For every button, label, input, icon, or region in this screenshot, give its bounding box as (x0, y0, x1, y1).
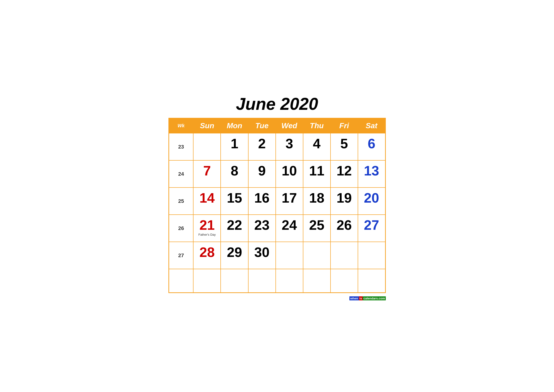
day-number: 20 (360, 191, 383, 205)
day-cell: 24 (276, 215, 303, 242)
day-number: 10 (278, 164, 301, 178)
calendar-body: 2312345624789101112132514151617181920262… (169, 133, 385, 293)
day-cell: 17 (276, 188, 303, 215)
day-note: Father's Day (195, 233, 219, 236)
header-mon: Mon (221, 118, 248, 133)
calendar-title: June 2020 (168, 94, 386, 114)
day-number: 4 (305, 137, 328, 150)
day-number: 2 (250, 137, 274, 150)
day-cell: 22 (221, 215, 248, 242)
day-cell: 20 (358, 188, 385, 215)
calendar-row: 2621Father's Day222324252627 (169, 215, 385, 242)
day-cell: 27 (358, 215, 385, 242)
day-cell: 23 (248, 215, 276, 242)
day-number: 21 (195, 218, 219, 232)
day-cell: 7 (193, 160, 221, 188)
day-cell: 19 (331, 188, 358, 215)
header-sun: Sun (193, 118, 221, 133)
day-number: 27 (360, 218, 383, 232)
day-cell: 8 (221, 160, 248, 188)
calendar-container: June 2020 Wk Sun Mon Tue Wed Thu Fri Sat… (164, 90, 391, 302)
day-cell: 18 (303, 188, 331, 215)
day-cell (221, 269, 248, 293)
calendar-table: Wk Sun Mon Tue Wed Thu Fri Sat 231234562… (168, 118, 386, 293)
header-wk: Wk (169, 118, 193, 133)
day-number: 16 (250, 191, 274, 205)
calendar-row (169, 269, 385, 293)
day-number: 17 (278, 191, 301, 205)
day-number: 26 (333, 218, 356, 232)
day-cell: 5 (331, 133, 358, 160)
day-number: 28 (195, 245, 219, 259)
day-number: 13 (360, 164, 383, 178)
header-wed: Wed (276, 118, 303, 133)
header-tue: Tue (248, 118, 276, 133)
day-number: 23 (250, 218, 274, 232)
day-cell: 4 (303, 133, 331, 160)
calendar-row: 27282930 (169, 242, 385, 269)
calendar-row: 23123456 (169, 133, 385, 160)
day-number: 25 (305, 218, 328, 232)
day-cell: 9 (248, 160, 276, 188)
day-number: 14 (195, 191, 219, 205)
day-cell: 16 (248, 188, 276, 215)
day-number: 29 (223, 245, 246, 259)
day-number: 9 (250, 164, 274, 178)
week-number: 25 (169, 188, 193, 215)
day-number: 1 (223, 137, 246, 150)
day-cell: 2 (248, 133, 276, 160)
day-cell (193, 269, 221, 293)
day-cell: 13 (358, 160, 385, 188)
day-cell: 26 (331, 215, 358, 242)
header-row: Wk Sun Mon Tue Wed Thu Fri Sat (169, 118, 385, 133)
header-sat: Sat (358, 118, 385, 133)
day-cell (331, 269, 358, 293)
day-cell: 12 (331, 160, 358, 188)
day-cell (193, 133, 221, 160)
day-number: 12 (333, 164, 356, 178)
calendar-row: 2478910111213 (169, 160, 385, 188)
day-number: 6 (360, 137, 383, 150)
day-cell (276, 269, 303, 293)
week-number: 23 (169, 133, 193, 160)
calendar-row: 2514151617181920 (169, 188, 385, 215)
day-cell: 1 (221, 133, 248, 160)
day-cell (303, 269, 331, 293)
day-cell: 15 (221, 188, 248, 215)
day-number: 15 (223, 191, 246, 205)
day-number: 22 (223, 218, 246, 232)
day-number: 3 (278, 137, 301, 150)
day-cell: 14 (193, 188, 221, 215)
day-cell: 30 (248, 242, 276, 269)
watermark: wheniscalendars.com (349, 297, 386, 300)
day-number: 7 (195, 164, 219, 178)
week-number: 24 (169, 160, 193, 188)
day-cell: 10 (276, 160, 303, 188)
day-cell: 6 (358, 133, 385, 160)
day-cell: 21Father's Day (193, 215, 221, 242)
day-number: 24 (278, 218, 301, 232)
day-number: 30 (250, 245, 274, 259)
day-number: 18 (305, 191, 328, 205)
day-number: 5 (333, 137, 356, 150)
day-cell (358, 242, 385, 269)
day-cell: 3 (276, 133, 303, 160)
day-cell: 25 (303, 215, 331, 242)
day-number: 8 (223, 164, 246, 178)
header-fri: Fri (331, 118, 358, 133)
week-number: 27 (169, 242, 193, 269)
day-cell: 11 (303, 160, 331, 188)
day-cell: 28 (193, 242, 221, 269)
week-number (169, 269, 193, 293)
day-cell (248, 269, 276, 293)
day-cell (276, 242, 303, 269)
week-number: 26 (169, 215, 193, 242)
day-cell (358, 269, 385, 293)
day-cell: 29 (221, 242, 248, 269)
header-thu: Thu (303, 118, 331, 133)
day-cell (331, 242, 358, 269)
day-number: 11 (305, 164, 328, 178)
day-cell (303, 242, 331, 269)
day-number: 19 (333, 191, 356, 205)
